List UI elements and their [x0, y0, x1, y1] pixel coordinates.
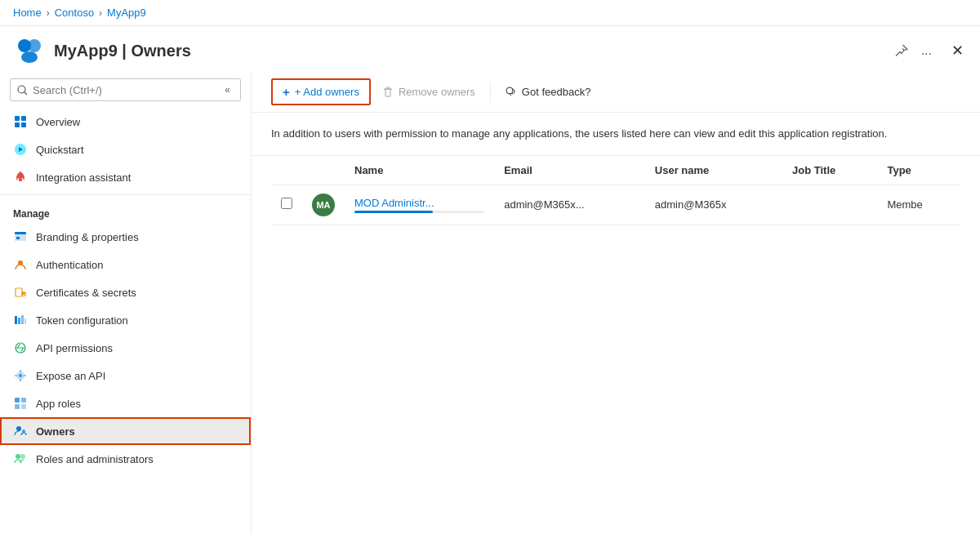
sidebar-item-approles-label: App roles	[36, 398, 81, 410]
user-name-link[interactable]: MOD Administr...	[354, 197, 434, 209]
sidebar-item-approles[interactable]: App roles	[0, 389, 251, 417]
sidebar-item-certificates-label: Certificates & secrets	[36, 287, 136, 299]
col-jobtitle: Job Title	[782, 156, 877, 185]
sidebar: « Overview	[0, 72, 252, 534]
auth-icon	[13, 257, 28, 272]
feedback-icon	[506, 87, 517, 98]
sidebar-item-integration[interactable]: Integration assistant	[0, 163, 251, 191]
grid-icon	[13, 114, 28, 129]
toolbar: + + Add owners Remove owners	[252, 72, 980, 113]
svg-rect-26	[15, 404, 20, 409]
user-email: admin@M365x...	[494, 185, 645, 225]
owners-table: Name Email User name Job Title Type	[271, 156, 960, 225]
user-username: admin@M365x	[645, 185, 782, 225]
sidebar-item-roles[interactable]: Roles and administrators	[0, 445, 251, 473]
col-type: Type	[877, 156, 960, 185]
collapse-sidebar-button[interactable]: «	[221, 82, 234, 97]
col-checkbox	[271, 156, 302, 185]
sidebar-item-token-label: Token configuration	[36, 314, 128, 327]
cert-icon	[13, 285, 28, 300]
table-row: MA MOD Administr... admin@M365x... admin…	[271, 185, 960, 225]
trash-icon	[382, 87, 394, 98]
svg-rect-27	[21, 404, 26, 409]
add-icon: +	[283, 85, 290, 99]
svg-rect-7	[15, 122, 20, 127]
svg-rect-11	[15, 232, 26, 234]
search-box[interactable]: «	[10, 78, 241, 101]
feedback-button[interactable]: Got feedback?	[496, 81, 601, 103]
col-email: Email	[494, 156, 645, 185]
owners-icon	[13, 424, 28, 438]
sidebar-item-overview[interactable]: Overview	[0, 108, 251, 136]
svg-rect-17	[18, 318, 20, 324]
svg-rect-5	[15, 116, 20, 121]
sidebar-item-branding-label: Branding & properties	[36, 231, 139, 243]
row-checkbox[interactable]	[281, 198, 292, 209]
sidebar-item-api[interactable]: API permissions	[0, 334, 251, 362]
sidebar-item-quickstart-label: Quickstart	[36, 144, 84, 156]
svg-rect-6	[21, 116, 26, 121]
token-icon	[13, 313, 28, 327]
svg-rect-8	[21, 122, 26, 127]
add-owners-button[interactable]: + + Add owners	[271, 78, 371, 105]
breadcrumb-app[interactable]: MyApp9	[107, 7, 146, 19]
breadcrumb-home[interactable]: Home	[13, 7, 42, 19]
sidebar-item-owners[interactable]: Owners	[0, 417, 251, 445]
sidebar-item-expose[interactable]: Expose an API	[0, 362, 251, 389]
manage-section-label: Manage	[0, 198, 251, 223]
sidebar-item-owners-label: Owners	[36, 425, 75, 438]
sidebar-item-overview-label: Overview	[36, 116, 80, 128]
sidebar-item-token[interactable]: Token configuration	[0, 306, 251, 334]
svg-rect-14	[16, 288, 22, 296]
col-username: User name	[645, 156, 782, 185]
sidebar-item-roles-label: Roles and administrators	[36, 453, 154, 465]
svg-rect-18	[21, 315, 24, 324]
svg-point-31	[20, 454, 25, 459]
col-avatar	[302, 156, 345, 185]
breadcrumb-contoso[interactable]: Contoso	[55, 7, 94, 19]
page-description: In addition to users with permission to …	[252, 113, 980, 156]
nav-divider-1	[0, 194, 251, 195]
sidebar-item-api-label: API permissions	[36, 342, 113, 354]
close-button[interactable]: ✕	[948, 38, 967, 63]
sidebar-item-certificates[interactable]: Certificates & secrets	[0, 278, 251, 306]
svg-rect-24	[15, 398, 20, 403]
search-icon	[17, 85, 28, 96]
breadcrumb: Home › Contoso › MyApp9	[0, 0, 980, 26]
rocket-icon	[13, 170, 28, 185]
breadcrumb-sep2: ›	[99, 7, 102, 19]
svg-point-23	[19, 374, 22, 377]
expose-icon	[13, 368, 28, 383]
svg-rect-16	[15, 316, 17, 324]
remove-owners-button[interactable]: Remove owners	[372, 81, 485, 103]
content-area: + + Add owners Remove owners	[252, 72, 980, 534]
sidebar-item-branding[interactable]: Branding & properties	[0, 223, 251, 251]
svg-point-28	[16, 426, 21, 431]
page-header: MyApp9 | Owners ... ✕	[0, 26, 980, 72]
sidebar-item-authentication[interactable]: Authentication	[0, 251, 251, 278]
breadcrumb-sep1: ›	[47, 7, 50, 19]
approles-icon	[13, 396, 28, 411]
sidebar-item-expose-label: Expose an API	[36, 370, 105, 382]
roles-icon	[13, 452, 28, 466]
svg-point-1	[28, 39, 41, 52]
col-name: Name	[345, 156, 494, 185]
svg-rect-25	[21, 398, 26, 403]
svg-rect-19	[24, 318, 26, 324]
svg-rect-9	[19, 178, 22, 181]
sidebar-item-authentication-label: Authentication	[36, 259, 103, 271]
api-icon	[13, 340, 28, 355]
svg-line-4	[24, 92, 27, 95]
sidebar-item-quickstart[interactable]: Quickstart	[0, 136, 251, 163]
owners-table-container: Name Email User name Job Title Type	[252, 156, 980, 535]
page-title: MyApp9 | Owners	[54, 42, 892, 60]
search-input[interactable]	[33, 84, 221, 96]
pin-icon[interactable]	[892, 41, 911, 60]
svg-point-35	[506, 87, 513, 94]
user-type: Membe	[877, 185, 960, 225]
more-icon[interactable]: ...	[918, 40, 935, 61]
avatar: MA	[312, 194, 335, 216]
svg-point-30	[16, 454, 20, 459]
svg-rect-32	[385, 89, 390, 96]
toolbar-divider	[490, 82, 491, 102]
